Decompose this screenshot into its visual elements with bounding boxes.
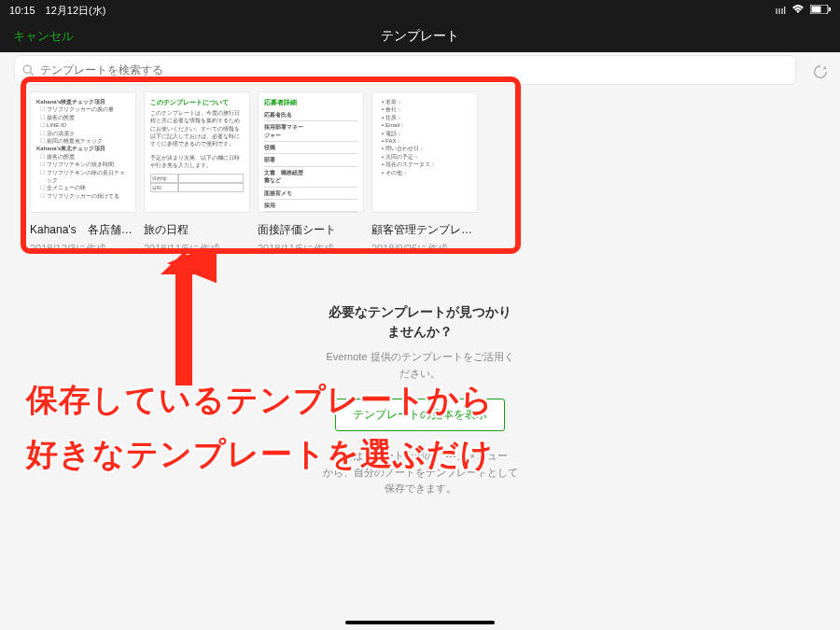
template-card[interactable]: Kahana's検査チェック項目 フリフリクッカーの炭の量接客の態度LINE I…	[30, 91, 136, 256]
template-date: 2018/11/5に作成	[144, 242, 250, 256]
search-input[interactable]	[40, 63, 788, 77]
template-thumbnail: Kahana's検査チェック項目 フリフリクッカーの炭の量接客の態度LINE I…	[30, 91, 136, 213]
svg-rect-1	[812, 7, 821, 13]
template-title: 顧客管理テンプレート	[371, 222, 478, 238]
template-thumbnail: 名前：会社：住所：Email：電話：FAX：問い合わせ日：次回の予定：現在のステ…	[371, 91, 478, 213]
template-thumbnail: 応募者詳細 応募者氏名 採用部署マネージャー 役職 部署 文書 職務経歴書など …	[258, 91, 364, 213]
app-bar: キャンセル テンプレート	[0, 21, 840, 52]
clock: 10:15	[9, 5, 35, 16]
svg-point-3	[23, 65, 31, 73]
show-sample-button[interactable]: テンプレートの見本を表示	[335, 399, 505, 431]
template-title: Kahana's 各店舗チェッ...	[30, 222, 136, 238]
template-title: 面接評価シート	[258, 222, 364, 238]
search-icon	[22, 64, 35, 77]
template-thumbnail: このテンプレートについて このテンプレートは、今度の旅行日程と共に必要な情報を集…	[144, 91, 250, 213]
template-date: 2018/12/3に作成	[30, 242, 136, 256]
template-cards: Kahana's検査チェック項目 フリフリクッカーの炭の量接客の態度LINE I…	[30, 91, 478, 256]
page-title: テンプレート	[381, 28, 459, 45]
template-card[interactable]: このテンプレートについて このテンプレートは、今度の旅行日程と共に必要な情報を集…	[144, 91, 250, 256]
template-card[interactable]: 応募者詳細 応募者氏名 採用部署マネージャー 役職 部署 文書 職務経歴書など …	[258, 91, 364, 256]
wifi-icon	[791, 5, 805, 16]
template-card[interactable]: 名前：会社：住所：Email：電話：FAX：問い合わせ日：次回の予定：現在のステ…	[371, 91, 478, 256]
svg-rect-2	[829, 7, 831, 11]
template-date: 2018/9/26に作成	[371, 242, 478, 256]
svg-line-4	[31, 72, 35, 76]
cancel-button[interactable]: キャンセル	[13, 28, 74, 45]
date: 12月12日(水)	[46, 5, 106, 16]
search-bar[interactable]	[15, 56, 795, 84]
template-title: 旅の日程	[144, 222, 250, 238]
refresh-icon	[812, 63, 829, 80]
template-date: 2018/11/5に作成	[258, 242, 364, 256]
status-bar: 10:15 12月12日(水) ıııl	[0, 0, 840, 21]
promo-section: 必要なテンプレートが見つかりませんか？ Evernote 提供のテンプレートをご…	[0, 302, 840, 497]
home-indicator[interactable]	[345, 621, 495, 624]
refresh-button[interactable]	[808, 60, 833, 84]
signal-icon: ıııl	[775, 5, 786, 16]
battery-icon	[810, 5, 831, 16]
